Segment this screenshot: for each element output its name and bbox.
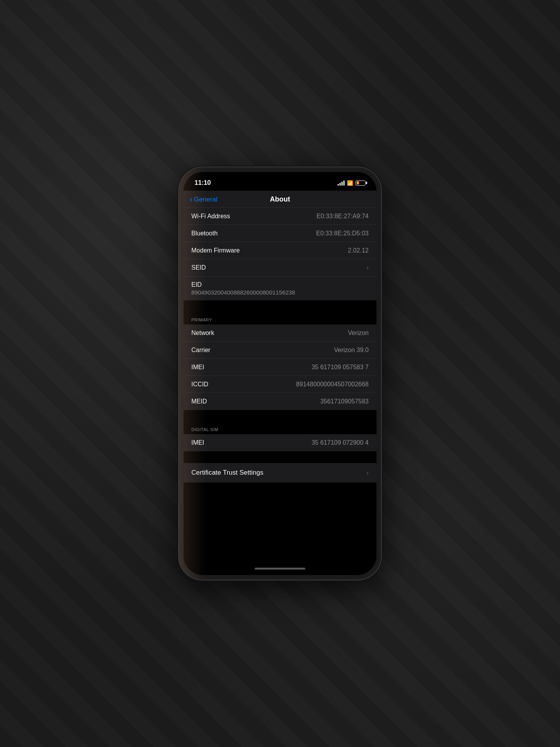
primary-section-label: PRIMARY: [184, 312, 376, 324]
imei-digital-value: 35 617109 072900 4: [208, 439, 369, 446]
certificate-trust-chevron-icon: ›: [366, 469, 369, 477]
home-indicator: [184, 562, 376, 575]
certificate-trust-section: Certificate Trust Settings ›: [184, 463, 376, 482]
imei-primary-row: IMEI 35 617109 057583 7: [184, 359, 376, 376]
back-chevron-icon: ‹: [190, 195, 192, 203]
iccid-label: ICCID: [191, 381, 208, 388]
device-info-section: Wi-Fi Address E0:33:8E:27:A9:74 Bluetoot…: [184, 208, 376, 300]
imei-digital-label: IMEI: [191, 439, 204, 446]
modem-firmware-label: Modem Firmware: [191, 247, 240, 254]
iccid-value: 891480000004507002668: [212, 381, 369, 388]
bluetooth-row: Bluetooth E0:33:8E:25:D5:03: [184, 225, 376, 242]
network-row: Network Verizon: [184, 324, 376, 342]
page-title: About: [270, 195, 290, 203]
spacer-1: [184, 300, 376, 312]
wifi-address-label: Wi-Fi Address: [191, 213, 230, 220]
modem-firmware-value: 2.02.12: [243, 247, 369, 254]
battery-icon: [355, 181, 366, 186]
digital-sim-section-label: DIGITAL SIM: [184, 422, 376, 434]
carrier-value: Verizon 39.0: [214, 347, 369, 354]
wifi-address-row: Wi-Fi Address E0:33:8E:27:A9:74: [184, 208, 376, 225]
phone-screen: 11:10 📶 ‹ G: [184, 172, 376, 575]
network-value: Verizon: [218, 330, 369, 337]
bluetooth-value: E0:33:8E:25:D5:03: [222, 230, 369, 237]
certificate-trust-label: Certificate Trust Settings: [191, 469, 263, 477]
seid-chevron-icon: ›: [366, 264, 369, 272]
meid-value: 35617109057583: [211, 398, 369, 405]
bottom-fill: [184, 482, 376, 562]
primary-section: Network Verizon Carrier Verizon 39.0 IME…: [184, 324, 376, 410]
phone-notch: [250, 172, 310, 184]
bluetooth-label: Bluetooth: [191, 230, 218, 237]
back-button[interactable]: ‹ General: [190, 196, 217, 203]
wifi-address-value: E0:33:8E:27:A9:74: [234, 213, 369, 220]
content-area: Wi-Fi Address E0:33:8E:27:A9:74 Bluetoot…: [184, 208, 376, 562]
wifi-icon: 📶: [347, 180, 353, 186]
home-bar: [255, 568, 305, 570]
modem-firmware-row: Modem Firmware 2.02.12: [184, 242, 376, 259]
seid-label: SEID: [191, 264, 206, 271]
status-icons: 📶: [338, 180, 366, 186]
network-label: Network: [191, 330, 214, 337]
digital-sim-section: IMEI 35 617109 072900 4: [184, 434, 376, 451]
status-time: 11:10: [194, 179, 211, 187]
signal-icon: [338, 180, 345, 186]
back-label: General: [194, 196, 217, 203]
spacer-2: [184, 410, 376, 422]
eid-row: EID 89049032004008882600008001156238: [184, 277, 376, 300]
eid-value: 89049032004008882600008001156238: [191, 289, 295, 296]
phone-device: 11:10 📶 ‹ G: [179, 167, 381, 580]
certificate-trust-row[interactable]: Certificate Trust Settings ›: [184, 463, 376, 482]
iccid-row: ICCID 891480000004507002668: [184, 376, 376, 393]
meid-label: MEID: [191, 398, 207, 405]
meid-row: MEID 35617109057583: [184, 393, 376, 410]
imei-digital-row: IMEI 35 617109 072900 4: [184, 434, 376, 451]
carrier-label: Carrier: [191, 347, 210, 354]
seid-row[interactable]: SEID ›: [184, 259, 376, 277]
nav-bar: ‹ General About: [184, 191, 376, 208]
imei-primary-label: IMEI: [191, 364, 204, 371]
spacer-3: [184, 451, 376, 463]
imei-primary-value: 35 617109 057583 7: [208, 364, 369, 371]
eid-label: EID: [191, 281, 202, 288]
carrier-row: Carrier Verizon 39.0: [184, 342, 376, 359]
